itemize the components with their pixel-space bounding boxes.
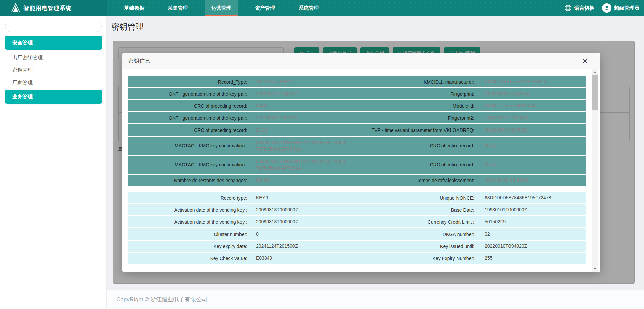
user-name: 超级管理员 <box>614 5 639 11</box>
sidebar: 安全管理 出厂密钥管理 密钥管理 厂家管理 业务管理 <box>0 16 107 309</box>
sidebar-menu-entry[interactable]: 业务管理 <box>5 90 102 104</box>
key-info-row: GNT - generation time of the key pair: 2… <box>128 88 586 100</box>
header-right: 语言切换 超级管理员 <box>564 0 639 16</box>
key-record-section: Record type: KEY.1 Unique NONCE: 63DDD0D… <box>128 192 586 265</box>
sidebar-menu-entry[interactable]: 安全管理 <box>5 36 102 50</box>
sidebar-menu-entry[interactable]: 厂家管理 <box>0 76 106 89</box>
modal-header: 密钥信息 ✕ <box>122 53 600 69</box>
key-info-row: Cluster number: 0 DKGA number: 02 <box>128 228 586 241</box>
page-footer: CopyRight © 浙江恒业电子有限公司 <box>107 290 644 309</box>
globe-icon <box>564 4 572 12</box>
scroll-down-icon[interactable]: ▼ <box>592 267 598 270</box>
app-header: 智能用电管理系统 基础数据 采集管理 运营管理 资产管理 系统管理 <box>0 0 644 16</box>
app-logo-icon <box>11 3 20 13</box>
avatar <box>602 3 611 13</box>
nav-tab[interactable]: 运营管理 <box>205 0 238 16</box>
page-title: 密钥管理 <box>111 21 144 32</box>
logo-area: 智能用电管理系统 <box>0 0 107 16</box>
nav-tab[interactable]: 采集管理 <box>161 0 195 16</box>
user-menu[interactable]: 超级管理员 <box>597 3 639 13</box>
close-icon[interactable]: ✕ <box>582 58 588 64</box>
key-info-row: CRC of preceding record: 6348 Module id:… <box>128 100 586 112</box>
sidebar-search-input[interactable] <box>5 21 102 32</box>
modal-title: 密钥信息 <box>128 58 150 65</box>
key-info-row: Nombre de restants des échanges: 93445 T… <box>128 175 586 187</box>
main-nav: 基础数据 采集管理 运营管理 资产管理 系统管理 <box>117 0 335 16</box>
modal-body: Record_Type: VKLOAD.RESP.1 KMCID.1, manu… <box>122 69 600 272</box>
key-info-row: Key Check Value: E03849 Key Expiry Numbe… <box>128 253 586 265</box>
language-switch-label: 语言切换 <box>574 5 594 11</box>
key-info-row: Activation date of the vending key : 200… <box>128 216 586 228</box>
key-info-row: GNT - generation time of the key pair: 2… <box>128 112 586 124</box>
sidebar-menu-entry[interactable]: 出厂密钥管理 <box>0 52 106 64</box>
scrollbar-thumb[interactable] <box>592 75 598 110</box>
key-info-row: MACTAG - KMC key confirmation : C338C4AC… <box>128 137 586 156</box>
key-info-modal: 密钥信息 ✕ Record_Type: VKLOAD.RESP.1 KMCID.… <box>122 53 600 272</box>
key-info-row: Activation date of the vending key : 200… <box>128 204 586 216</box>
key-info-row: Record type: KEY.1 Unique NONCE: 63DDD0D… <box>128 192 586 204</box>
sidebar-menu-entry[interactable]: 密钥管理 <box>0 64 106 76</box>
key-info-row: Record_Type: VKLOAD.RESP.1 KMCID.1, manu… <box>128 76 586 88</box>
scroll-up-icon[interactable]: ▲ <box>592 70 598 73</box>
nav-tab[interactable]: 基础数据 <box>117 0 151 16</box>
app-title: 智能用电管理系统 <box>23 4 72 12</box>
nav-tab[interactable]: 资产管理 <box>248 0 282 16</box>
key-info-row: MACTAG - KMC key confirmation : C338C4AC… <box>128 156 586 175</box>
key-info-row: Key expiry date: 20241124T201500Z Key is… <box>128 241 586 253</box>
key-info-row: CRC of preceding record: E312 TVP - time… <box>128 124 586 137</box>
modal-scrollbar[interactable]: ▲ ▼ <box>592 69 598 272</box>
copyright-text: CopyRight © 浙江恒业电子有限公司 <box>116 290 207 309</box>
kmc-record-section: Record_Type: VKLOAD.RESP.1 KMCID.1, manu… <box>128 76 586 187</box>
language-switch[interactable]: 语言切换 <box>564 4 594 12</box>
nav-tab[interactable]: 系统管理 <box>292 0 325 16</box>
sidebar-menu: 安全管理 出厂密钥管理 密钥管理 厂家管理 业务管理 <box>0 36 106 104</box>
